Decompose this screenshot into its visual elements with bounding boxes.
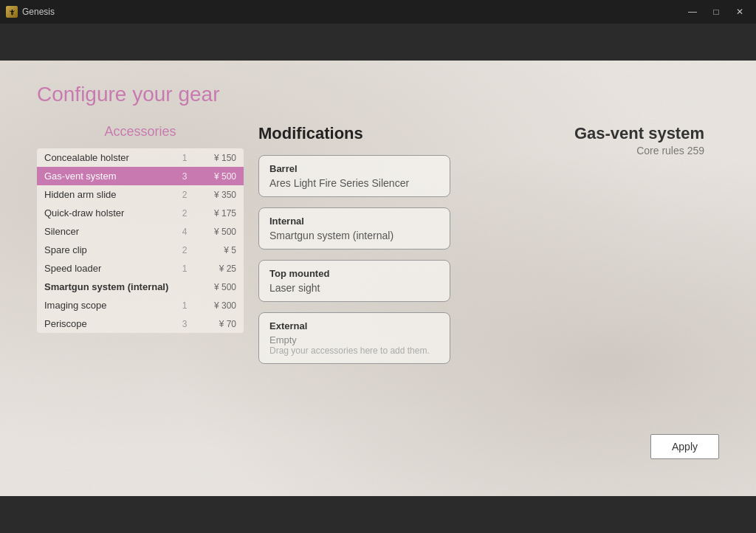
accessory-count: 1 <box>173 153 196 163</box>
accessory-count: 1 <box>173 300 196 311</box>
accessory-price: ¥ 500 <box>196 282 236 292</box>
mod-slot-label: Top mounted <box>269 268 439 279</box>
accessory-count: 2 <box>173 245 196 255</box>
title-bar: 🗡 Genesis — □ ✕ <box>0 0 756 24</box>
accessory-name: Hidden arm slide <box>44 189 173 200</box>
close-button[interactable]: ✕ <box>729 4 750 19</box>
modifications-panel: Modifications BarrelAres Light Fire Seri… <box>258 124 450 481</box>
accessories-heading: Accessories <box>37 124 244 140</box>
list-item[interactable]: Concealable holster1¥ 150 <box>37 148 244 167</box>
list-item[interactable]: Quick-draw holster2¥ 175 <box>37 204 244 222</box>
mod-slot-label: Barrel <box>269 163 439 174</box>
modifications-heading: Modifications <box>258 124 450 143</box>
content-row: Accessories Concealable holster1¥ 150Gas… <box>37 124 719 481</box>
mod-slot-value: Laser sight <box>269 282 439 294</box>
accessory-count: 3 <box>173 319 196 329</box>
list-item[interactable]: Hidden arm slide2¥ 350 <box>37 185 244 204</box>
accessory-count: 1 <box>173 264 196 274</box>
apply-button[interactable]: Apply <box>650 434 719 459</box>
accessory-name: Speed loader <box>44 263 173 274</box>
mod-slot-value: Empty <box>269 334 439 345</box>
accessory-price: ¥ 500 <box>196 227 236 237</box>
list-item[interactable]: Speed loader1¥ 25 <box>37 259 244 278</box>
list-item[interactable]: Silencer4¥ 500 <box>37 222 244 241</box>
accessory-name: Quick-draw holster <box>44 207 173 219</box>
accessory-name: Silencer <box>44 226 173 237</box>
mod-slot-label: Internal <box>269 216 439 227</box>
accessory-name: Spare clip <box>44 244 173 255</box>
mod-slots-container: BarrelAres Light Fire Series SilencerInt… <box>258 155 450 364</box>
app-icon: 🗡 <box>6 6 18 18</box>
mod-slot[interactable]: BarrelAres Light Fire Series Silencer <box>258 155 450 197</box>
gear-info: Gas-vent system Core rules 259 <box>574 124 704 157</box>
accessory-price: ¥ 5 <box>196 245 236 255</box>
maximize-button[interactable]: □ <box>706 4 726 19</box>
window-controls: — □ ✕ <box>682 4 750 19</box>
apply-button-container: Apply <box>650 434 719 459</box>
accessory-name: Periscope <box>44 318 173 329</box>
accessory-name: Imaging scope <box>44 300 173 311</box>
accessory-name: Smartgun system (internal) <box>44 281 173 292</box>
page-title: Configure your gear <box>37 83 719 106</box>
accessory-price: ¥ 300 <box>196 300 236 311</box>
accessory-count: 4 <box>173 227 196 237</box>
gear-name: Gas-vent system <box>574 124 704 143</box>
bottom-bar <box>0 496 756 533</box>
mod-slot[interactable]: InternalSmartgun system (internal) <box>258 207 450 250</box>
list-item[interactable]: Gas-vent system3¥ 500 <box>37 167 244 185</box>
mod-slot-value: Smartgun system (internal) <box>269 230 439 241</box>
mod-slot-value: Ares Light Fire Series Silencer <box>269 177 439 189</box>
gear-source: Core rules 259 <box>574 145 704 157</box>
accessory-name: Gas-vent system <box>44 171 173 182</box>
list-item[interactable]: Smartgun system (internal)¥ 500 <box>37 278 244 296</box>
accessory-price: ¥ 150 <box>196 153 236 163</box>
top-band <box>0 24 756 61</box>
list-item[interactable]: Imaging scope1¥ 300 <box>37 296 244 314</box>
title-bar-left: 🗡 Genesis <box>6 6 55 18</box>
accessories-panel: Accessories Concealable holster1¥ 150Gas… <box>37 124 244 481</box>
accessory-name: Concealable holster <box>44 152 173 163</box>
list-item[interactable]: Spare clip2¥ 5 <box>37 241 244 259</box>
mod-slot-label: External <box>269 320 439 331</box>
accessory-price: ¥ 500 <box>196 171 236 182</box>
accessories-table: Concealable holster1¥ 150Gas-vent system… <box>37 148 244 333</box>
app-title: Genesis <box>22 7 55 17</box>
accessory-price: ¥ 25 <box>196 264 236 274</box>
main-content: Configure your gear Accessories Conceala… <box>0 61 756 496</box>
accessory-count: 2 <box>173 208 196 219</box>
accessory-count: 3 <box>173 171 196 182</box>
mod-slot[interactable]: ExternalEmptyDrag your accessories here … <box>258 312 450 364</box>
accessory-price: ¥ 350 <box>196 190 236 200</box>
list-item[interactable]: Periscope3¥ 70 <box>37 314 244 333</box>
mod-slot-hint: Drag your accessories here to add them. <box>269 345 439 356</box>
mod-slot[interactable]: Top mountedLaser sight <box>258 260 450 302</box>
minimize-button[interactable]: — <box>682 4 703 19</box>
accessory-price: ¥ 70 <box>196 319 236 329</box>
accessory-price: ¥ 175 <box>196 208 236 219</box>
gear-info-panel: Gas-vent system Core rules 259 <box>465 124 719 481</box>
accessory-count: 2 <box>173 190 196 200</box>
